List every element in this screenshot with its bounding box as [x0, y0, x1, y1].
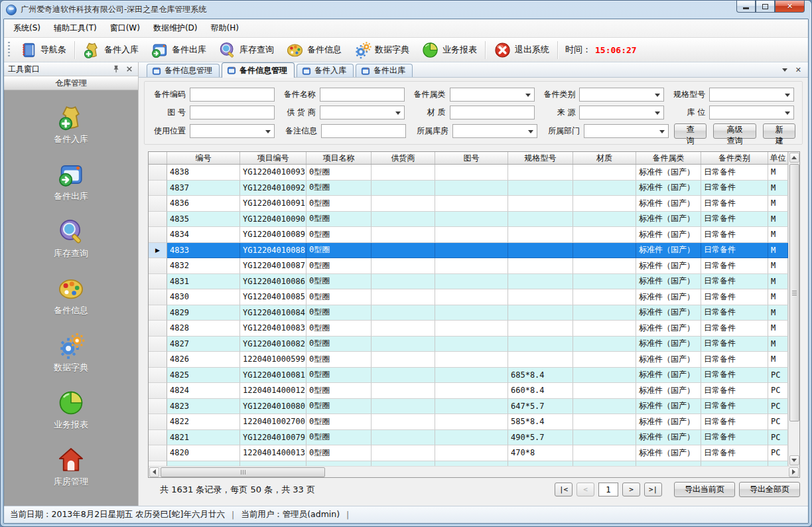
toolbar-grip-icon[interactable]: [8, 42, 10, 58]
combo-dropdown[interactable]: [584, 124, 669, 138]
text-input[interactable]: [450, 106, 535, 119]
row-selector-cell[interactable]: [149, 368, 167, 384]
combo-dropdown[interactable]: [709, 88, 794, 102]
combo-dropdown[interactable]: [579, 106, 664, 119]
grid-row[interactable]: 4835YG122040100900型圈标准件（国产）日常备件M: [149, 212, 788, 228]
page-number-input[interactable]: [598, 483, 618, 496]
text-input[interactable]: [320, 88, 405, 102]
sidebar-item[interactable]: 备件出库: [54, 161, 88, 202]
grid-row[interactable]: [149, 461, 788, 467]
grid-header-cell[interactable]: 供货商: [372, 152, 435, 164]
row-selector-cell[interactable]: [149, 352, 167, 368]
grid-row[interactable]: 4834YG122040100890型圈标准件（国产）日常备件M: [149, 227, 788, 243]
advanced-query-button[interactable]: 高级查询: [713, 123, 757, 139]
grid-row[interactable]: 4838YG122040100930型圈标准件（国产）日常备件M: [149, 165, 788, 181]
next-page-button[interactable]: >: [622, 483, 640, 496]
horizontal-scroll-thumb[interactable]: [161, 467, 325, 477]
grid-header-cell[interactable]: 备件属类: [636, 152, 701, 164]
row-selector-cell[interactable]: [149, 399, 167, 415]
grid-row[interactable]: 4831YG122040100860型圈标准件（国产）日常备件M: [149, 274, 788, 290]
row-selector-cell[interactable]: [149, 305, 167, 321]
scroll-down-icon[interactable]: [789, 455, 799, 465]
grid-row[interactable]: 482012204014000130型圈470*8标准件（国产）日常备件PC: [149, 445, 788, 461]
row-selector-cell[interactable]: [149, 196, 167, 212]
sidebar-item[interactable]: 数据字典: [54, 332, 88, 374]
row-selector-cell[interactable]: [149, 165, 167, 181]
scroll-up-icon[interactable]: [789, 153, 799, 163]
grid-row[interactable]: 4836YG122040100910型圈标准件（国产）日常备件M: [149, 196, 788, 212]
grid-header-cell[interactable]: 单位: [768, 152, 788, 164]
toolbar-button[interactable]: 业务报表: [415, 40, 483, 60]
tab-list-dropdown-icon[interactable]: [782, 68, 787, 72]
row-selector-cell[interactable]: [149, 337, 167, 352]
row-selector-cell[interactable]: [149, 212, 167, 228]
grid-header-cell[interactable]: 项目编号: [240, 152, 306, 164]
row-selector-cell[interactable]: [149, 321, 167, 337]
grid-header-cell[interactable]: 材质: [573, 152, 636, 164]
sidebar-item[interactable]: 库房管理: [54, 446, 88, 488]
row-selector-cell[interactable]: [149, 181, 167, 196]
menu-item[interactable]: 数据维护(D): [147, 19, 204, 37]
new-button[interactable]: 新建: [763, 123, 795, 139]
pin-icon[interactable]: [111, 64, 121, 74]
grid-row[interactable]: 482412204014000120型圈660*8.4标准件（国产）日常备件PC: [149, 383, 788, 399]
grid-header-cell[interactable]: 备件类别: [701, 152, 768, 164]
tab[interactable]: 备件信息管理: [147, 64, 220, 77]
prev-page-button[interactable]: <: [576, 483, 594, 496]
grid-row[interactable]: 4829YG122040100840型圈标准件（国产）日常备件M: [149, 305, 788, 321]
tab[interactable]: 备件入库: [297, 64, 354, 77]
grid-row[interactable]: 4832YG122040100870型圈标准件（国产）日常备件M: [149, 258, 788, 274]
toolbar-button[interactable]: 数据字典: [348, 40, 415, 60]
row-selector-cell[interactable]: [149, 289, 167, 305]
grid-row[interactable]: 4821YG122040100790型圈490*5.7标准件（国产）日常备件PC: [149, 430, 788, 446]
combo-dropdown[interactable]: [320, 106, 405, 119]
grid-row[interactable]: 482612204010005990型圈标准件（国产）日常备件M: [149, 352, 788, 368]
text-input[interactable]: [190, 106, 275, 119]
row-selector-cell[interactable]: [149, 274, 167, 290]
grid-row[interactable]: 4823YG122040100800型圈647*5.7标准件（国产）日常备件PC: [149, 399, 788, 415]
first-page-button[interactable]: |<: [555, 483, 573, 496]
grid-row[interactable]: ▶4833YG122040100880型圈标准件（国产）日常备件M: [149, 243, 788, 259]
grid-header-cell[interactable]: 编号: [167, 152, 240, 164]
sidebar-item[interactable]: 备件信息: [54, 275, 88, 317]
toolbar-button[interactable]: 退出系统: [488, 40, 555, 60]
toolbar-button[interactable]: 备件信息: [280, 40, 348, 60]
toolbar-button[interactable]: 备件入库: [77, 40, 145, 60]
text-input[interactable]: [190, 88, 275, 102]
combo-dropdown[interactable]: [709, 106, 794, 119]
row-selector-cell[interactable]: [149, 258, 167, 274]
grid-row[interactable]: 482212204010027000型圈585*8.4标准件（国产）日常备件PC: [149, 414, 788, 430]
grid-header-cell[interactable]: 项目名称: [306, 152, 372, 164]
toolbar-button[interactable]: 导航条: [13, 40, 72, 60]
query-button[interactable]: 查询: [674, 123, 707, 139]
grid-row[interactable]: 4827YG122040100820型圈标准件（国产）日常备件M: [149, 337, 788, 352]
text-input[interactable]: [321, 124, 406, 138]
combo-dropdown[interactable]: [450, 88, 535, 102]
tab[interactable]: 备件出库: [356, 64, 413, 77]
export-current-page-button[interactable]: 导出当前页: [674, 482, 735, 497]
close-button[interactable]: ✕: [775, 1, 805, 13]
menu-item[interactable]: 帮助(H): [204, 19, 245, 37]
close-panel-icon[interactable]: [125, 64, 134, 74]
scroll-right-icon[interactable]: [789, 467, 799, 477]
menu-item[interactable]: 系统(S): [7, 19, 47, 37]
row-selector-cell[interactable]: [149, 445, 167, 461]
sidebar-item[interactable]: 业务报表: [54, 389, 88, 431]
toolbar-button[interactable]: 备件出库: [145, 40, 212, 60]
grid-header-cell[interactable]: 图号: [435, 152, 508, 164]
grid-row[interactable]: 4825YG122040100810型圈685*8.4标准件（国产）日常备件PC: [149, 368, 788, 384]
horizontal-scrollbar[interactable]: [149, 466, 799, 477]
grid-header-cell[interactable]: 规格型号: [508, 152, 573, 164]
row-selector-cell[interactable]: [149, 383, 167, 399]
sidebar-item[interactable]: 库存查询: [54, 218, 88, 260]
minimize-button[interactable]: [736, 1, 756, 13]
combo-dropdown[interactable]: [579, 88, 664, 102]
export-all-pages-button[interactable]: 导出全部页: [739, 482, 800, 497]
vertical-scroll-thumb[interactable]: [789, 164, 799, 421]
menu-item[interactable]: 辅助工具(T): [47, 19, 103, 37]
menu-item[interactable]: 窗口(W): [103, 19, 147, 37]
row-selector-cell[interactable]: ▶: [149, 243, 167, 259]
grid-row[interactable]: 4837YG122040100920型圈标准件（国产）日常备件M: [149, 181, 788, 196]
vertical-scrollbar[interactable]: [788, 152, 799, 466]
sidebar-item[interactable]: 备件入库: [54, 104, 88, 145]
